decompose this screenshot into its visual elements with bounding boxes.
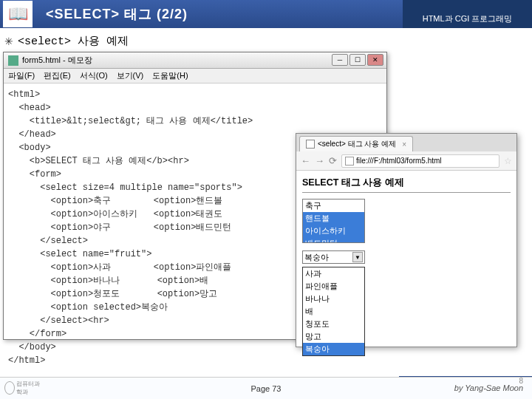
slide-number: 8 [519, 377, 523, 385]
selected-value: 복숭아 [304, 252, 329, 263]
tab-close-icon[interactable]: × [402, 140, 406, 149]
list-item[interactable]: 망고 [303, 330, 364, 343]
list-item[interactable]: 핸드볼 [303, 212, 364, 225]
university-logo: 컴퓨터과학과 [4, 380, 41, 396]
list-item[interactable]: 아이스하키 [303, 225, 364, 237]
notepad-titlebar: form5.html - 메모장 ─ ☐ ✕ [4, 52, 386, 69]
list-item[interactable]: 사과 [303, 267, 364, 280]
sports-select[interactable]: 축구 핸드볼 아이스하키 배드민턴 [302, 199, 365, 243]
menu-view[interactable]: 보기(V) [117, 70, 144, 81]
notepad-title: form5.html - 메모장 [22, 55, 92, 66]
page-heading: SELECT 태그 사용 예제 [302, 177, 511, 189]
list-item[interactable]: 바나나 [303, 293, 364, 305]
author-name: by Yang-Sae Moon [454, 383, 523, 392]
page-number: Page 73 [251, 384, 282, 393]
list-item[interactable]: 배 [303, 305, 364, 318]
menu-format[interactable]: 서식(O) [80, 70, 108, 81]
bookmark-icon[interactable]: ☆ [504, 156, 512, 166]
list-item[interactable]: 복숭아 [303, 343, 364, 355]
browser-window: <select> 태그 사용 예제 × ← → ⟳ file:///F:/htm… [296, 133, 517, 347]
tab-title: <select> 태그 사용 예제 [318, 139, 396, 149]
slide-footer: 컴퓨터과학과 Page 73 8 by Yang-Sae Moon [0, 377, 532, 399]
header-avatar-icon: 📖 [3, 1, 33, 27]
browser-tab[interactable]: <select> 태그 사용 예제 × [299, 136, 413, 151]
fruit-dropdown-list: 사과 파인애플 바나나 배 청포도 망고 복숭아 [302, 267, 365, 356]
maximize-button[interactable]: ☐ [349, 54, 366, 66]
minimize-button[interactable]: ─ [332, 54, 348, 66]
back-icon[interactable]: ← [301, 155, 310, 166]
forward-icon[interactable]: → [315, 155, 324, 166]
menu-help[interactable]: 도움말(H) [152, 70, 188, 81]
author-credit: 8 by Yang-Sae Moon [454, 383, 523, 392]
list-item[interactable]: 청포도 [303, 318, 364, 330]
reload-icon[interactable]: ⟳ [329, 155, 337, 166]
list-item[interactable]: 축구 [303, 200, 364, 212]
list-item[interactable]: 파인애플 [303, 280, 364, 293]
bullet-icon: ✳ [4, 35, 13, 47]
browser-content: SELECT 태그 사용 예제 축구 핸드볼 아이스하키 배드민턴 복숭아 ▼ … [296, 171, 516, 362]
header-subtitle: HTML과 CGI 프로그래밍 [403, 0, 532, 28]
close-button[interactable]: ✕ [367, 54, 383, 66]
notepad-menubar: 파일(F) 편집(E) 서식(O) 보기(V) 도움말(H) [4, 69, 386, 83]
window-buttons: ─ ☐ ✕ [332, 54, 383, 66]
menu-edit[interactable]: 편집(E) [44, 70, 71, 81]
chevron-down-icon[interactable]: ▼ [352, 252, 363, 262]
list-item[interactable]: 배드민턴 [303, 237, 364, 243]
divider [302, 192, 511, 193]
file-icon [345, 157, 354, 166]
url-text: file:///F:/html03/form5.html [356, 157, 442, 165]
notepad-icon [8, 55, 18, 66]
slide-header: 📖 <SELECT> 태그 (2/2) HTML과 CGI 프로그래밍 [0, 0, 532, 28]
page-icon [306, 140, 315, 149]
section-subtitle: <select> 사용 예제 [18, 34, 129, 48]
fruit-select[interactable]: 복숭아 ▼ [302, 250, 365, 264]
slide-title: <SELECT> 태그 (2/2) [46, 5, 188, 23]
address-bar[interactable]: file:///F:/html03/form5.html [341, 154, 499, 168]
browser-toolbar: ← → ⟳ file:///F:/html03/form5.html ☆ [296, 151, 516, 171]
menu-file[interactable]: 파일(F) [8, 70, 35, 81]
browser-tabbar: <select> 태그 사용 예제 × [296, 134, 516, 151]
